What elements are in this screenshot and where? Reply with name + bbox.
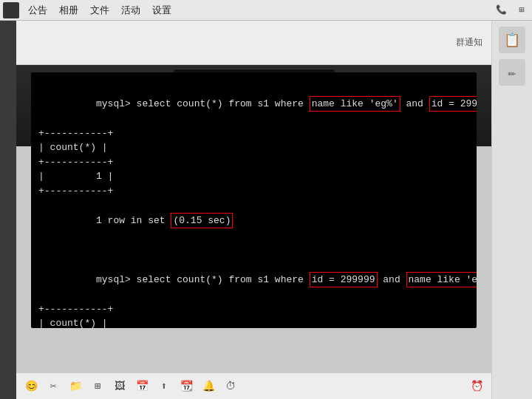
q1-highlight2: id = 299999; bbox=[429, 96, 477, 112]
q1-result-text: 1 row in set bbox=[96, 215, 171, 226]
calendar2-icon[interactable]: 📆 bbox=[179, 379, 194, 394]
menu-item-album[interactable]: 相册 bbox=[53, 2, 84, 18]
bell-icon[interactable]: 🔔 bbox=[201, 379, 216, 394]
q1-prompt: mysql> select count(*) from s1 where bbox=[96, 98, 310, 109]
q1-header: | count(*) | bbox=[38, 140, 469, 155]
chat-header: 群通知 bbox=[16, 21, 491, 65]
chat-messages: 闪烁图片内容 2024-01-01 mysql> select count(*)… bbox=[16, 65, 491, 372]
q1-divider1: +-----------+ bbox=[38, 126, 469, 141]
q2-middle: and bbox=[378, 274, 406, 285]
history-icon[interactable]: ⏱ bbox=[223, 379, 238, 394]
image-icon[interactable]: 🖼 bbox=[112, 379, 127, 394]
q2-header: | count(*) | bbox=[38, 316, 469, 328]
clock-right-icon[interactable]: ⏰ bbox=[469, 379, 484, 394]
query2-line: mysql> select count(*) from s1 where id … bbox=[38, 257, 469, 302]
menu-item-announce[interactable]: 公告 bbox=[22, 2, 53, 18]
scissors-icon[interactable]: ✂ bbox=[46, 379, 61, 394]
q2-divider1: +-----------+ bbox=[38, 302, 469, 317]
q1-value: | 1 | bbox=[38, 169, 469, 184]
q1-divider3: +-----------+ bbox=[38, 184, 469, 199]
center-area: 群通知 闪烁图片内容 2024-01-01 mysql> select coun… bbox=[16, 21, 491, 399]
emoji-icon[interactable]: 😊 bbox=[24, 379, 38, 394]
q1-middle: and bbox=[400, 98, 429, 109]
q1-divider2: +-----------+ bbox=[38, 155, 469, 170]
upload-icon[interactable]: ⬆ bbox=[157, 379, 171, 394]
folder-icon[interactable]: 📁 bbox=[68, 379, 83, 394]
group-notify-label[interactable]: 群通知 bbox=[456, 36, 482, 49]
apps-icon[interactable]: ⊞ bbox=[90, 379, 105, 394]
q1-highlight1: name like 'eg%' bbox=[310, 96, 400, 112]
menu-item-activity[interactable]: 活动 bbox=[115, 2, 146, 18]
grid-icon[interactable]: ⊞ bbox=[514, 3, 529, 18]
sidebar-icon-2[interactable]: ✏ bbox=[499, 59, 525, 86]
calendar-icon[interactable]: 📅 bbox=[134, 379, 149, 394]
sidebar-icon-1[interactable]: 📋 bbox=[499, 27, 525, 53]
terminal-overlay: mysql> select count(*) from s1 where nam… bbox=[31, 72, 477, 328]
menu-item-file[interactable]: 文件 bbox=[84, 2, 115, 18]
phone-icon[interactable]: 📞 bbox=[494, 3, 508, 18]
left-sidebar bbox=[0, 21, 16, 399]
bottom-toolbar: 😊 ✂ 📁 ⊞ 🖼 📅 ⬆ 📆 🔔 ⏱ ⏰ bbox=[16, 372, 491, 399]
top-bar: 公告 相册 文件 活动 设置 📞 ⊞ bbox=[0, 0, 532, 21]
app-logo bbox=[3, 2, 19, 18]
top-bar-right: 📞 ⊞ bbox=[494, 3, 529, 18]
menu-item-settings[interactable]: 设置 bbox=[146, 2, 177, 18]
q1-spacer bbox=[38, 243, 469, 258]
q2-highlight2: name like 'eg%'; bbox=[406, 272, 477, 288]
main-layout: 群通知 闪烁图片内容 2024-01-01 mysql> select coun… bbox=[0, 21, 532, 399]
right-sidebar: 📋 ✏ bbox=[491, 21, 532, 399]
q2-highlight1: id = 299999 bbox=[310, 272, 378, 288]
query1-line: mysql> select count(*) from s1 where nam… bbox=[38, 81, 469, 126]
q1-time-highlight: (0.15 sec) bbox=[171, 213, 233, 229]
q1-result: 1 row in set (0.15 sec) bbox=[38, 198, 469, 243]
q2-prompt: mysql> select count(*) from s1 where bbox=[96, 274, 310, 285]
